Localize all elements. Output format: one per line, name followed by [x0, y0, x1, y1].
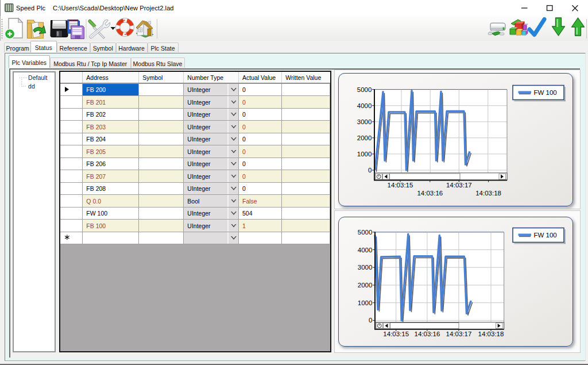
svg-text:0: 0 [368, 167, 372, 174]
svg-text:3000: 3000 [357, 118, 372, 125]
svg-text:14:03:15: 14:03:15 [383, 330, 409, 337]
svg-text:3000: 3000 [358, 264, 373, 271]
svg-text:14:03:18: 14:03:18 [478, 330, 504, 337]
svg-text:14:03:17: 14:03:17 [446, 182, 472, 189]
svg-text:1000: 1000 [358, 299, 373, 306]
svg-text:14:03:16: 14:03:16 [417, 189, 443, 196]
svg-text:2000: 2000 [357, 134, 372, 141]
svg-text:1000: 1000 [357, 150, 372, 157]
svg-text:0: 0 [369, 317, 372, 324]
svg-text:14:03:17: 14:03:17 [446, 330, 471, 337]
svg-text:14:03:16: 14:03:16 [414, 330, 440, 337]
svg-text:5000: 5000 [357, 86, 372, 93]
svg-text:FW 100: FW 100 [533, 231, 556, 238]
svg-text:14:03:18: 14:03:18 [475, 189, 501, 196]
svg-text:FW 100: FW 100 [533, 89, 556, 95]
svg-text:4000: 4000 [358, 246, 373, 253]
svg-text:14:03:15: 14:03:15 [387, 182, 413, 189]
svg-text:4000: 4000 [357, 102, 372, 109]
svg-text:2000: 2000 [358, 282, 373, 289]
svg-text:5000: 5000 [358, 228, 373, 235]
